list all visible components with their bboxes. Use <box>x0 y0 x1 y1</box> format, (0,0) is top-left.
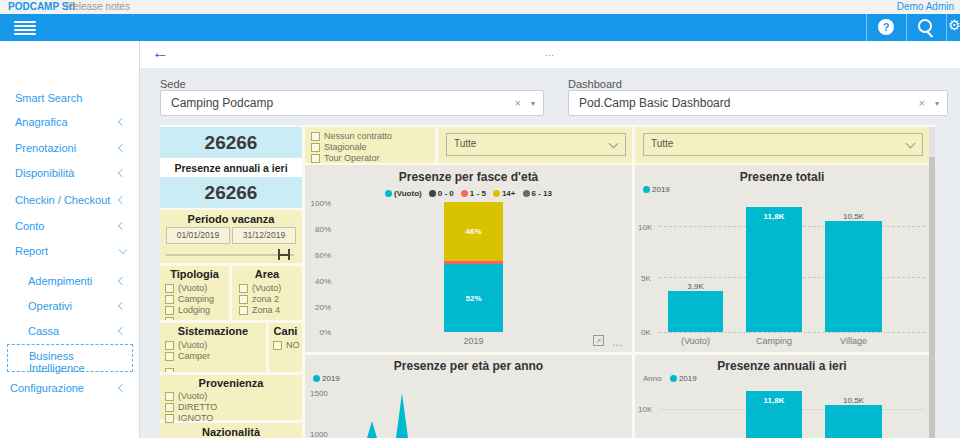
scrollbar-thumb[interactable] <box>929 157 935 438</box>
checkbox-row[interactable]: Lodging <box>165 305 210 315</box>
search-icon[interactable] <box>918 19 932 33</box>
checkbox-row[interactable]: Tour Operator <box>311 153 380 163</box>
checkbox <box>165 352 174 361</box>
checkbox-row[interactable]: (Vuoto) <box>165 283 207 293</box>
sidebar-item-operativi[interactable]: Operativi <box>0 295 139 317</box>
filter-tipologia: Tipologia (Vuoto) Camping Lodging <box>160 266 229 320</box>
dropdown-panel-2: Tutte <box>635 127 929 163</box>
tutte-dropdown-2[interactable]: Tutte <box>643 133 923 156</box>
checkbox <box>165 392 174 401</box>
filter-sistemazione: Sistemazione (Vuoto) Camper <box>160 323 266 372</box>
sidebar-item-configurazione[interactable]: Configurazione <box>0 377 139 399</box>
sidebar-item-adempimenti[interactable]: Adempimenti <box>0 270 139 292</box>
legend-dot <box>670 375 677 382</box>
caret-down-icon[interactable]: ▾ <box>935 92 939 116</box>
checkbox-row[interactable]: (Vuoto) <box>239 283 281 293</box>
sidebar-item-prenotazioni[interactable]: Prenotazioni <box>0 137 139 159</box>
filter-cani: Cani NO <box>269 323 302 372</box>
chevron-left-icon <box>118 222 126 230</box>
chart-legend: Anno 2019 <box>643 374 697 383</box>
caret-down-icon[interactable]: ▾ <box>531 92 535 116</box>
date-range-slider[interactable] <box>166 254 294 256</box>
chevron-left-icon <box>118 196 126 204</box>
checkbox-row[interactable]: (Vuoto) <box>165 391 207 401</box>
dashboard-scrollbar[interactable] <box>929 127 935 438</box>
more-options-icon[interactable]: … <box>612 337 622 348</box>
checkbox-row[interactable]: DIRETTO <box>165 402 217 412</box>
date-to-input[interactable]: 31/12/2019 <box>232 227 296 244</box>
checkbox <box>273 341 282 350</box>
back-button[interactable]: ← <box>152 43 169 63</box>
area-spike-large <box>396 393 408 438</box>
checkbox-row[interactable]: Camping <box>165 294 214 304</box>
navbar-divider <box>906 14 907 41</box>
legend-dot <box>313 375 320 382</box>
title-strip: PODCAMP Srl Release notes Demo Admin <box>0 0 960 14</box>
checkbox-row[interactable]: Nessun contratto <box>311 131 392 141</box>
main-navbar: ? ⚙⚙ <box>0 14 960 41</box>
sede-select[interactable]: Camping Podcamp × ▾ <box>160 90 544 116</box>
checkbox-row[interactable] <box>165 316 178 320</box>
sidebar-item-disponibilita[interactable]: Disponibilità <box>0 162 139 184</box>
chevron-left-icon <box>118 144 126 152</box>
sidebar-item-checkin-checkout[interactable]: Checkin / Checkout <box>0 189 139 211</box>
legend-dot <box>461 190 468 197</box>
checkbox-row[interactable]: (Vuoto) <box>165 340 207 350</box>
chevron-down-icon <box>119 246 127 254</box>
chart-legend: 2019 <box>643 185 670 194</box>
dashboard-select[interactable]: Pod.Camp Basic Dashboard × ▾ <box>568 90 948 116</box>
chart-presenze-eta-anno: Presenze per età per anno 2019 1500 1000 <box>305 355 632 438</box>
sidebar-item-report[interactable]: Report <box>0 240 139 262</box>
checkbox-row[interactable]: zona 2 <box>239 294 279 304</box>
checkbox <box>165 284 174 293</box>
chevron-down-icon <box>906 139 916 149</box>
menu-icon[interactable] <box>14 21 36 37</box>
legend-dot <box>493 190 500 197</box>
date-from-input[interactable]: 01/01/2019 <box>166 227 230 244</box>
checkbox-row[interactable] <box>165 367 178 372</box>
navbar-divider <box>946 14 947 41</box>
sidebar-item-cassa[interactable]: Cassa <box>0 320 139 342</box>
focus-mode-icon[interactable]: ↗ <box>593 335 604 346</box>
chart-legend: 2019 <box>313 374 340 383</box>
checkbox <box>311 132 320 141</box>
checkbox <box>311 143 320 152</box>
checkbox-row[interactable]: NO <box>273 340 300 350</box>
legend-dot <box>429 190 436 197</box>
dropdown-panel-1: Tutte <box>438 127 632 163</box>
chart-presenze-annuali-ieri: Presenze annuali a ieri Anno 2019 10K 11… <box>635 355 929 438</box>
checkbox <box>165 317 174 320</box>
area-spike-small <box>367 421 377 438</box>
user-name[interactable]: Demo Admin <box>897 1 954 12</box>
sidebar-item-anagrafica[interactable]: Anagrafica <box>0 111 139 133</box>
sidebar-item-smart-search[interactable]: Smart Search <box>0 87 139 109</box>
settings-gears-icon[interactable]: ⚙⚙ <box>948 17 960 33</box>
bar-vuoto[interactable] <box>668 291 723 332</box>
bar-village[interactable] <box>825 405 882 438</box>
help-icon[interactable]: ? <box>878 19 894 35</box>
slider-handle-icon[interactable] <box>278 249 290 260</box>
release-notes-link[interactable]: Release notes <box>66 1 130 12</box>
sidebar: Smart Search Anagrafica Prenotazioni Dis… <box>0 41 140 438</box>
bar-village[interactable] <box>825 221 882 332</box>
chevron-left-icon <box>118 169 126 177</box>
bar-segment-1-5[interactable] <box>444 261 503 264</box>
checkbox <box>239 284 248 293</box>
checkbox <box>311 154 320 163</box>
checkbox <box>239 306 248 315</box>
filter-provenienza: Provenienza (Vuoto) DIRETTO IGNOTO <box>160 375 302 420</box>
checkbox-row[interactable]: Camper <box>165 351 210 361</box>
content-header: ← ... <box>140 41 960 68</box>
filter-area: Area (Vuoto) zona 2 Zona 4 <box>232 266 302 320</box>
clear-icon[interactable]: × <box>515 91 521 115</box>
chevron-down-icon <box>609 139 619 149</box>
sidebar-item-conto[interactable]: Conto <box>0 215 139 237</box>
tutte-dropdown-1[interactable]: Tutte <box>446 133 626 156</box>
clear-icon[interactable]: × <box>919 91 925 115</box>
checkbox-row[interactable]: IGNOTO <box>165 413 213 423</box>
chevron-left-icon <box>118 302 126 310</box>
bar-camping[interactable] <box>746 207 802 332</box>
sidebar-item-business-intelligence[interactable]: Business Intelligence <box>7 344 133 372</box>
checkbox-row[interactable]: Stagionale <box>311 142 367 152</box>
checkbox-row[interactable]: Zona 4 <box>239 305 280 315</box>
